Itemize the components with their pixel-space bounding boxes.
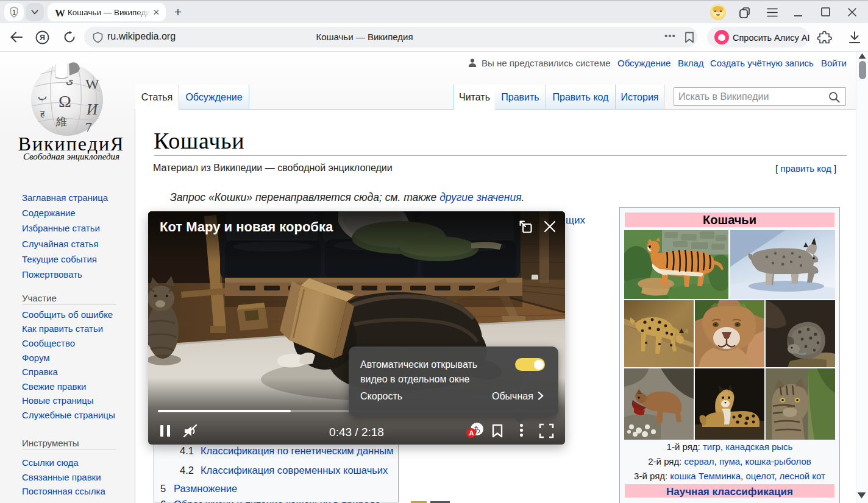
svg-text:ب: ب <box>38 91 47 102</box>
svg-text:維: 維 <box>55 116 67 128</box>
svg-text:ह: ह <box>40 109 45 119</box>
svg-text:Я: Я <box>40 33 45 42</box>
svg-text:1: 1 <box>12 9 16 16</box>
svg-text:ی: ی <box>66 76 74 86</box>
svg-text:Ω: Ω <box>59 92 71 111</box>
svg-text:W: W <box>85 76 99 92</box>
svg-text:И: И <box>86 101 99 118</box>
